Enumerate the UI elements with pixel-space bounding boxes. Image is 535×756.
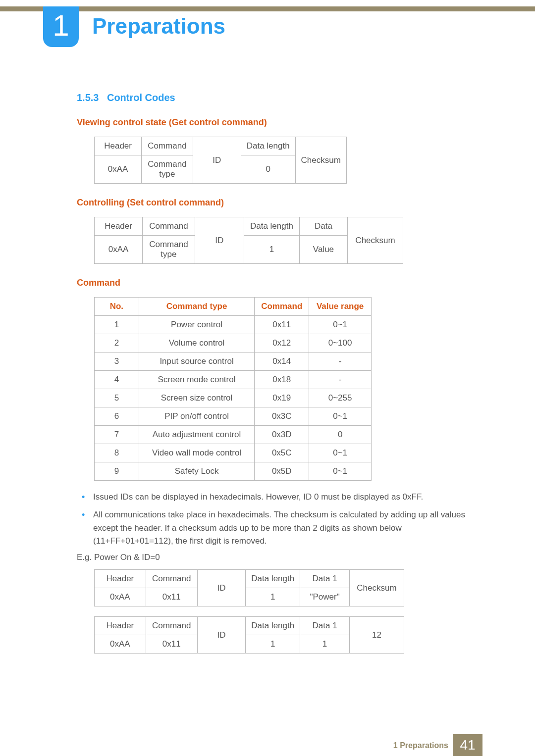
table-cell: 0x14 [255, 353, 309, 371]
table-cell: 0x3D [255, 426, 309, 444]
table-cell: 8 [95, 444, 139, 462]
table-cell: Data length [244, 217, 299, 236]
chapter-number-badge: 1 [43, 6, 79, 47]
table-cell: Data 1 [300, 617, 350, 635]
table-cell: Data [299, 217, 347, 236]
table-cell: 0x11 [146, 588, 197, 606]
subsection-heading: Command [77, 278, 471, 288]
table-cell: 0xAA [95, 635, 146, 654]
table-cell: ID [197, 617, 246, 654]
table-example-1: Header Command ID Data length Data 1 Che… [94, 569, 471, 606]
table-cell: ID [197, 570, 246, 606]
table-cell: 1 [244, 236, 299, 264]
table-example-2: Header Command ID Data length Data 1 12 … [94, 616, 471, 654]
table-cell: - [309, 371, 372, 389]
list-item: All communications take place in hexadec… [77, 508, 471, 548]
table-cell: 1 [95, 316, 139, 334]
table-cell: 0x5C [255, 444, 309, 462]
table-set-command: Header Command ID Data length Data Check… [94, 217, 471, 264]
table-header-cell: Command [255, 298, 309, 316]
table-cell: Command [146, 570, 197, 588]
table-cell: ID [195, 217, 244, 264]
table-cell: Auto adjustment control [139, 426, 254, 444]
table-cell: 0~1 [309, 462, 372, 481]
table-get-command: Header Command ID Data length Checksum 0… [94, 137, 471, 184]
table-cell: Command [146, 617, 197, 635]
table-cell: Checksum [295, 137, 346, 184]
table-cell: - [309, 353, 372, 371]
section-number: 1.5.3 [77, 92, 99, 103]
chapter-title: Preparations [92, 14, 225, 39]
page-content: 1.5.3 Control Codes Viewing control stat… [77, 92, 471, 654]
table-command-list: No. Command type Command Value range 1Po… [94, 297, 471, 481]
table-cell: 0~255 [309, 389, 372, 407]
table-cell: Value [299, 236, 347, 264]
table-header-cell: Value range [309, 298, 372, 316]
table-header-cell: Command type [139, 298, 254, 316]
table-cell: Header [95, 217, 143, 236]
table-cell: 0x11 [255, 316, 309, 334]
table-cell: Command [142, 137, 193, 155]
table-cell: 0x5D [255, 462, 309, 481]
table-cell: ID [193, 137, 241, 184]
table-cell: 12 [349, 617, 404, 654]
table-cell: 0x12 [255, 334, 309, 353]
table-cell: 0xAA [95, 236, 143, 264]
example-label: E.g. Power On & ID=0 [77, 553, 471, 562]
table-cell: Header [95, 570, 146, 588]
table-cell: Command [143, 217, 195, 236]
table-cell: 0x3C [255, 407, 309, 426]
table-cell: Data length [246, 570, 300, 588]
table-cell: Header [95, 137, 142, 155]
table-cell: 1 [246, 588, 300, 606]
table-cell: Command type [143, 236, 195, 264]
table-cell: Power control [139, 316, 254, 334]
table-cell: 7 [95, 426, 139, 444]
table-cell: 3 [95, 353, 139, 371]
page-footer: 1 Preparations 41 [0, 734, 535, 756]
table-cell: 6 [95, 407, 139, 426]
subsection-heading: Controlling (Set control command) [77, 198, 471, 208]
header-bar [0, 6, 535, 11]
table-cell: 0~1 [309, 316, 372, 334]
table-cell: Checksum [348, 217, 403, 264]
subsection-heading: Viewing control state (Get control comma… [77, 117, 471, 128]
table-cell: Header [95, 617, 146, 635]
notes-list: Issued IDs can be displayed in hexadecim… [77, 491, 471, 548]
table-cell: Command type [142, 155, 193, 184]
table-cell: PIP on/off control [139, 407, 254, 426]
table-cell: 0~1 [309, 407, 372, 426]
table-cell: 0x18 [255, 371, 309, 389]
table-cell: Input source control [139, 353, 254, 371]
table-cell: Screen size control [139, 389, 254, 407]
page-number: 41 [453, 734, 482, 756]
table-cell: Data 1 [300, 570, 350, 588]
table-cell: 0 [309, 426, 372, 444]
table-cell: "Power" [300, 588, 350, 606]
table-cell: 0xAA [95, 155, 142, 184]
list-item: Issued IDs can be displayed in hexadecim… [77, 491, 471, 504]
footer-section-label: 1 Preparations [393, 741, 448, 750]
table-cell: 1 [300, 635, 350, 654]
table-cell: 0x19 [255, 389, 309, 407]
table-cell: 9 [95, 462, 139, 481]
table-cell: Volume control [139, 334, 254, 353]
table-cell: 0~100 [309, 334, 372, 353]
table-cell: 0 [241, 155, 295, 184]
table-cell: Video wall mode control [139, 444, 254, 462]
table-cell: 0xAA [95, 588, 146, 606]
table-cell: Checksum [349, 570, 404, 606]
table-cell: 5 [95, 389, 139, 407]
table-cell: 1 [246, 635, 300, 654]
table-cell: Data length [241, 137, 295, 155]
table-cell: 0~1 [309, 444, 372, 462]
table-cell: Data length [246, 617, 300, 635]
table-cell: 0x11 [146, 635, 197, 654]
table-cell: 2 [95, 334, 139, 353]
table-header-cell: No. [95, 298, 139, 316]
section-title: Control Codes [107, 92, 175, 103]
table-cell: Screen mode control [139, 371, 254, 389]
table-cell: 4 [95, 371, 139, 389]
table-cell: Safety Lock [139, 462, 254, 481]
